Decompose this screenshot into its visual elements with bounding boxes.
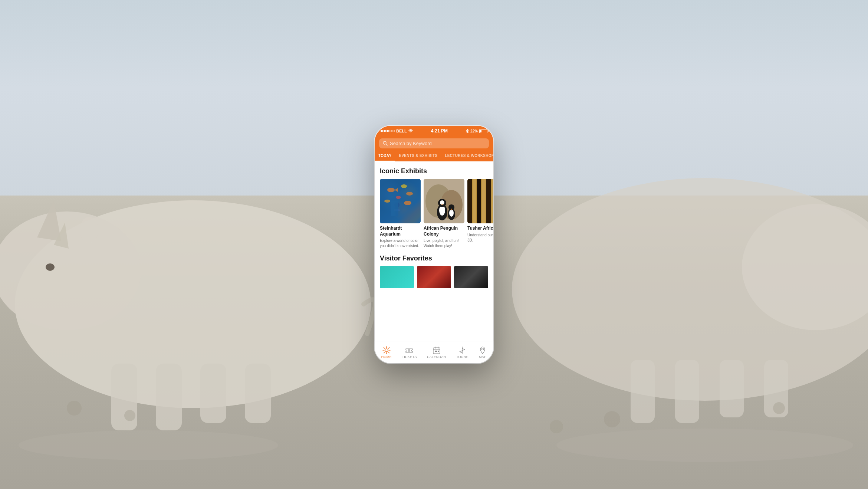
- tours-icon: [458, 346, 466, 354]
- status-left: BELL: [381, 129, 413, 133]
- svg-point-17: [556, 429, 853, 462]
- exhibit-name-tusher: Tusher Afric...: [467, 226, 493, 232]
- signal-dot-3: [387, 130, 389, 132]
- svg-rect-75: [435, 351, 436, 352]
- svg-rect-12: [631, 360, 655, 423]
- tusher-illustration: [467, 179, 493, 223]
- svg-rect-13: [675, 360, 699, 423]
- time-display: 4:21 PM: [431, 128, 448, 134]
- svg-point-8: [46, 263, 55, 271]
- svg-rect-6: [200, 364, 226, 423]
- battery-percent: 22%: [470, 129, 478, 133]
- exhibit-name-aquarium: Steinhardt Aquarium: [380, 226, 421, 237]
- tab-lectures[interactable]: LECTURES & WORKSHOPS: [441, 151, 493, 161]
- svg-rect-5: [156, 364, 182, 430]
- signal-dot-1: [381, 130, 383, 132]
- bluetooth-icon: [466, 129, 469, 133]
- exhibit-desc-penguin: Live, playful, and fun! Watch them play!: [424, 238, 464, 249]
- calendar-label: CALENDAR: [427, 355, 446, 359]
- tab-events-exhibits[interactable]: EVENTS & EXHIBITS: [395, 151, 441, 161]
- tours-label: TOURS: [456, 355, 468, 359]
- svg-rect-53: [482, 179, 486, 223]
- search-placeholder: Search by Keyword: [390, 141, 432, 146]
- svg-line-67: [384, 352, 385, 353]
- exhibit-image-aquarium: [380, 179, 421, 223]
- map-label: MAP: [479, 355, 486, 359]
- tickets-label: TICKETS: [402, 355, 417, 359]
- tab-today[interactable]: TODAY: [375, 151, 395, 161]
- svg-rect-55: [491, 179, 493, 223]
- exhibit-image-penguin: [424, 179, 464, 223]
- svg-line-65: [388, 352, 389, 353]
- visitor-favorites-title: Visitor Favorites: [375, 249, 493, 266]
- iconic-exhibits-title: Iconic Exhibits: [375, 161, 493, 179]
- nav-item-tours[interactable]: TOURS: [453, 345, 471, 360]
- svg-line-64: [384, 347, 385, 348]
- favorite-card-red[interactable]: [417, 266, 451, 288]
- signal-dot-2: [384, 130, 386, 132]
- aquarium-illustration: [380, 179, 421, 223]
- search-bar: Search by Keyword: [375, 136, 493, 151]
- calendar-icon: [433, 346, 441, 354]
- svg-rect-50: [467, 179, 472, 223]
- exhibit-name-penguin: African Penguin Colony: [424, 226, 464, 237]
- exhibit-card-tusher[interactable]: Tusher Afric... Understand our stunning …: [467, 179, 493, 249]
- wifi-icon: [408, 129, 413, 133]
- exhibit-image-tusher: [467, 179, 493, 223]
- favorites-carousel: [375, 266, 493, 288]
- home-label: HOME: [381, 355, 392, 359]
- status-bar: BELL 4:21 PM 22%: [375, 126, 493, 136]
- svg-rect-33: [395, 207, 398, 216]
- svg-point-79: [482, 348, 484, 350]
- svg-rect-54: [486, 179, 491, 223]
- svg-point-9: [80, 217, 98, 243]
- favorite-card-black[interactable]: [454, 266, 488, 288]
- svg-point-59: [385, 349, 388, 352]
- svg-rect-7: [245, 364, 271, 423]
- svg-rect-4: [111, 364, 137, 430]
- status-right: 22%: [466, 129, 487, 133]
- nav-tabs: TODAY EVENTS & EXHIBITS LECTURES & WORKS…: [375, 151, 493, 161]
- svg-line-24: [386, 144, 387, 145]
- svg-point-22: [773, 402, 785, 414]
- svg-rect-76: [436, 351, 437, 352]
- exhibit-desc-tusher: Understand our stunning 3D.: [467, 233, 493, 243]
- carrier-name: BELL: [396, 129, 407, 133]
- search-input-area[interactable]: Search by Keyword: [379, 138, 489, 148]
- phone-shell: BELL 4:21 PM 22%: [375, 126, 493, 363]
- map-pin-icon: [479, 346, 487, 354]
- signal-dot-5: [392, 130, 395, 132]
- signal-bars: [381, 130, 395, 132]
- svg-point-21: [604, 411, 620, 427]
- svg-line-66: [388, 347, 389, 348]
- exhibits-carousel: Steinhardt Aquarium Explore a world of c…: [375, 179, 493, 249]
- search-icon: [383, 141, 388, 146]
- exhibit-card-aquarium[interactable]: Steinhardt Aquarium Explore a world of c…: [380, 179, 421, 249]
- battery-icon: [479, 129, 487, 133]
- svg-rect-36: [380, 179, 421, 223]
- exhibit-desc-aquarium: Explore a world of color you didn't know…: [380, 238, 421, 249]
- bottom-navigation: HOME TICKETS: [375, 341, 493, 363]
- exhibit-card-penguin[interactable]: African Penguin Colony Live, playful, an…: [424, 179, 464, 249]
- svg-rect-14: [720, 360, 744, 417]
- signal-dot-4: [389, 130, 392, 132]
- penguin-illustration: [424, 179, 464, 223]
- nav-item-calendar[interactable]: CALENDAR: [424, 345, 449, 360]
- svg-point-16: [19, 430, 278, 460]
- battery-fill: [480, 130, 481, 132]
- svg-point-20: [550, 420, 563, 433]
- svg-rect-77: [438, 351, 439, 352]
- home-icon: [382, 346, 391, 354]
- svg-point-19: [124, 410, 135, 421]
- phone-mockup: BELL 4:21 PM 22%: [375, 126, 493, 363]
- ticket-icon: [405, 346, 413, 354]
- content-area: Iconic Exhibits: [375, 161, 493, 311]
- favorite-card-teal[interactable]: [380, 266, 414, 288]
- svg-rect-51: [473, 179, 476, 223]
- nav-item-tickets[interactable]: TICKETS: [399, 345, 420, 360]
- svg-point-18: [67, 401, 82, 416]
- nav-item-home[interactable]: HOME: [378, 345, 395, 360]
- svg-rect-52: [477, 179, 481, 223]
- nav-item-map[interactable]: MAP: [476, 345, 490, 360]
